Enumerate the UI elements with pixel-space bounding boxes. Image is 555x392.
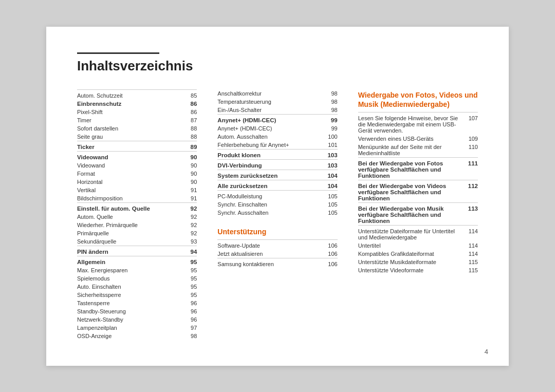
support-heading: Unterstützung [217,227,337,236]
toc-label: Max. Energiesparen [77,266,177,274]
toc-label: Netzwerk-Standby [77,315,177,324]
table-row: Bildschirmposition91 [77,194,197,203]
toc-page: 103 [318,159,338,170]
table-row: Netzwerk-Standby96 [77,315,197,324]
toc-label: Sofort darstellen [77,124,177,133]
toc-page: 88 [177,133,197,141]
toc-label: Menüpunkte auf der Seite mit der Medieni… [358,143,464,158]
table-row: Jetzt aktualisieren106 [217,250,337,258]
toc-page: 104 [318,180,338,190]
table-row: Sicherheitssperre95 [77,291,197,299]
toc-label: Autom. Schutzzeit [77,89,177,100]
toc-page: 89 [177,141,197,151]
toc-page: 114 [464,250,478,258]
toc-label: Vertikal [77,186,177,194]
toc-page: 100 [318,133,338,141]
toc-label: Einbrennschutz [77,100,177,108]
toc-label: DVI-Verbindung [217,159,317,170]
table-row: Einbrennschutz86 [77,100,197,108]
table-row: Kompatibles Grafikdateiformat114 [358,250,478,258]
toc-label: Ticker [77,141,177,151]
table-row: Spielemodus95 [77,274,197,283]
table-row: Anynet+ (HDMI-CEC)99 [217,114,337,124]
table-row: Unterstützte Musikdateiformate115 [358,258,478,266]
toc-label: Temperatursteuerung [217,98,317,106]
toc-label: Bildschirmposition [77,194,177,203]
toc-page: 85 [177,89,197,100]
toc-page: 92 [177,229,197,237]
toc-page: 113 [464,202,478,225]
table-row: Vertikal91 [77,186,197,194]
toc-page: 95 [177,274,197,283]
toc-page: 92 [177,221,197,229]
table-row: Autom. Ausschalten100 [217,133,337,141]
toc-page: 91 [177,194,197,203]
toc-page: 86 [177,100,197,108]
toc-page: 90 [177,170,197,178]
toc-label: Videowand [77,151,177,161]
toc-page: 91 [177,186,197,194]
table-row: Seite grau88 [77,133,197,141]
table-row: Menüpunkte auf der Seite mit der Medieni… [358,143,478,158]
toc-label: Standby-Steuerung [77,307,177,315]
toc-label: Samsung kontaktieren [217,258,313,268]
toc-page: 98 [318,106,338,115]
table-row: Einstell. für autom. Quelle92 [77,202,197,213]
toc-label: Seite grau [77,133,177,141]
toc-page: 99 [318,114,338,124]
toc-page: 99 [318,124,338,133]
toc-label: Sekundärquelle [77,237,177,246]
toc-label: Primärquelle [77,229,177,237]
table-row: Unterstützte Dateiformate für Untertitel… [358,225,478,241]
table-row: Untertitel114 [358,241,478,250]
table-row: Videowand90 [77,161,197,170]
table-row: Temperatursteuerung98 [217,98,337,106]
page: Inhaltsverzeichnis Autom. Schutzzeit85Ei… [46,27,509,366]
toc-page: 95 [177,283,197,291]
table-row: Produkt klonen103 [217,149,337,159]
toc-page: 97 [177,324,197,332]
toc-page: 95 [177,291,197,299]
toc-page: 110 [464,143,478,158]
table-row: Autom. Schutzzeit85 [77,89,197,100]
toc-label: Unterstützte Musikdateiformate [358,258,464,266]
col3-table: Lesen Sie folgende Hinweise, bevor Sie d… [358,112,478,274]
toc-page: 95 [177,266,197,274]
table-row: Standby-Steuerung96 [77,307,197,315]
toc-page: 109 [464,135,478,143]
toc-page: 96 [177,315,197,324]
support-table: Software-Update106Jetzt aktualisieren106… [217,239,337,268]
toc-page: 101 [318,141,338,150]
col2: Anschaltkorrektur98Temperatursteuerung98… [217,89,337,268]
toc-label: Pixel-Shift [77,108,177,116]
toc-page: 105 [318,200,338,209]
toc-page: 103 [318,149,338,159]
toc-label: Lampenzeitplan [77,324,177,332]
toc-label: Allgemein [77,256,177,266]
toc-label: Autom. Ausschalten [217,133,317,141]
toc-label: Ein-/Aus-Schalter [217,106,317,115]
toc-page: 114 [464,241,478,250]
toc-page: 105 [318,190,338,200]
col3-section-heading: Wiedergabe von Fotos, Videos und Musik (… [358,90,478,109]
table-row: Auto. Einschalten95 [77,283,197,291]
page-title: Inhaltsverzeichnis [77,58,478,74]
table-row: Autom. Quelle92 [77,213,197,221]
table-row: Ticker89 [77,141,197,151]
table-row: Max. Energiesparen95 [77,266,197,274]
toc-label: Synchr. Ausschalten [217,209,317,217]
table-row: Pixel-Shift86 [77,108,197,116]
toc-page: 98 [318,89,338,98]
table-row: Primärquelle92 [77,229,197,237]
toc-label: Bei der Wiedergabe von Fotos verfügbare … [358,157,464,180]
toc-page: 98 [177,332,197,340]
toc-label: Verwenden eines USB-Geräts [358,135,464,143]
col2-table: Anschaltkorrektur98Temperatursteuerung98… [217,89,337,217]
toc-page: 87 [177,116,197,124]
toc-page: 90 [177,151,197,161]
toc-page: 107 [464,112,478,135]
toc-label: Untertitel [358,241,464,250]
toc-label: PC-Modulleistung [217,190,317,200]
toc-page: 88 [177,124,197,133]
toc-label: Anschaltkorrektur [217,89,317,98]
